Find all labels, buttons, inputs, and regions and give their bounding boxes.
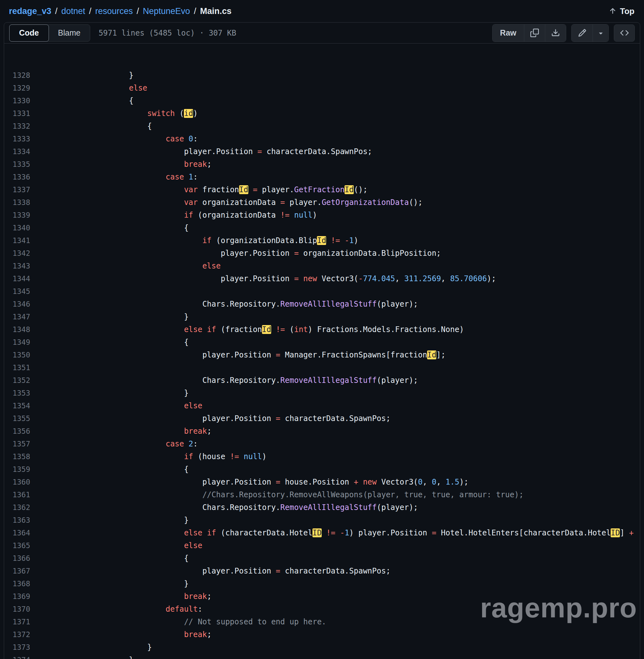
line-number[interactable]: 1355: [4, 412, 37, 425]
line-content: break;: [37, 158, 640, 171]
code-line: 1334 player.Position = characterData.Spa…: [4, 145, 640, 158]
tab-blame[interactable]: Blame: [49, 24, 90, 42]
line-number[interactable]: 1358: [4, 450, 37, 463]
edit-dropdown-button[interactable]: [593, 24, 608, 42]
line-number[interactable]: 1337: [4, 183, 37, 196]
line-number[interactable]: 1340: [4, 221, 37, 234]
line-number[interactable]: 1341: [4, 234, 37, 247]
line-content: }: [37, 577, 640, 590]
line-number[interactable]: 1331: [4, 107, 37, 120]
code-line: 1358 if (house != null): [4, 450, 640, 463]
line-number[interactable]: 1343: [4, 260, 37, 272]
raw-button[interactable]: Raw: [492, 24, 524, 42]
breadcrumb-repo-link[interactable]: redage_v3: [9, 6, 51, 16]
line-number[interactable]: 1372: [4, 628, 37, 641]
line-number[interactable]: 1357: [4, 438, 37, 450]
line-number[interactable]: 1329: [4, 82, 37, 94]
code-line: 1339 if (organizationData != null): [4, 209, 640, 221]
line-number[interactable]: 1344: [4, 272, 37, 285]
line-number[interactable]: 1333: [4, 132, 37, 145]
code-line: 1344 player.Position = new Vector3(-774.…: [4, 272, 640, 285]
line-number[interactable]: 1351: [4, 361, 37, 374]
code-line: 1359 {: [4, 463, 640, 476]
code-line: 1340 {: [4, 221, 640, 234]
line-number[interactable]: 1338: [4, 196, 37, 209]
download-button[interactable]: [545, 24, 566, 42]
breadcrumb-dir-link-neptuneevo[interactable]: NeptuneEvo: [143, 6, 190, 16]
line-number[interactable]: 1342: [4, 247, 37, 260]
line-number[interactable]: 1332: [4, 120, 37, 132]
line-number[interactable]: 1346: [4, 298, 37, 310]
line-number[interactable]: 1361: [4, 488, 37, 501]
code-line: 1333 case 0:: [4, 132, 640, 145]
line-content: break;: [37, 425, 640, 438]
code-area[interactable]: 1328 }1329 else1330 {1331 switch (id)133…: [4, 44, 640, 659]
line-number[interactable]: 1364: [4, 527, 37, 539]
line-number[interactable]: 1356: [4, 425, 37, 438]
symbols-panel-button[interactable]: [614, 24, 635, 42]
back-to-top-link[interactable]: Top: [608, 6, 635, 16]
line-content: player.Position = characterData.SpawnPos…: [37, 412, 640, 425]
breadcrumb-dir-link-dotnet[interactable]: dotnet: [61, 6, 85, 16]
code-line: 1346 Chars.Repository.RemoveAllIllegalSt…: [4, 298, 640, 310]
line-number[interactable]: 1354: [4, 399, 37, 412]
code-line: 1364 else if (characterData.HotelID != -…: [4, 527, 640, 539]
code-line: 1370 default:: [4, 603, 640, 615]
line-content: }: [37, 654, 640, 659]
line-content: else: [37, 260, 640, 272]
line-number[interactable]: 1348: [4, 323, 37, 336]
code-line: 1366 {: [4, 552, 640, 565]
edit-button[interactable]: [572, 24, 593, 42]
line-number[interactable]: 1369: [4, 590, 37, 603]
code-line: 1373 }: [4, 641, 640, 654]
line-number[interactable]: 1370: [4, 603, 37, 615]
line-number[interactable]: 1374: [4, 654, 37, 659]
line-number[interactable]: 1328: [4, 69, 37, 82]
line-content: break;: [37, 590, 640, 603]
line-number[interactable]: 1366: [4, 552, 37, 565]
breadcrumb-separator: /: [194, 6, 196, 16]
code-line: 1330 {: [4, 94, 640, 107]
code-line: 1357 case 2:: [4, 438, 640, 450]
code-line: 1367 player.Position = characterData.Spa…: [4, 565, 640, 577]
code-line: 1356 break;: [4, 425, 640, 438]
copy-button[interactable]: [524, 24, 545, 42]
download-icon: [551, 28, 560, 37]
line-number[interactable]: 1339: [4, 209, 37, 221]
line-content: player.Position = Manager.FractionSpawns…: [37, 349, 640, 361]
line-number[interactable]: 1360: [4, 476, 37, 488]
line-number[interactable]: 1353: [4, 387, 37, 399]
breadcrumb-separator: /: [137, 6, 139, 16]
code-line: 1362 Chars.Repository.RemoveAllIllegalSt…: [4, 501, 640, 514]
line-number[interactable]: 1352: [4, 374, 37, 387]
line-number[interactable]: 1330: [4, 94, 37, 107]
line-number[interactable]: 1347: [4, 310, 37, 323]
line-number[interactable]: 1350: [4, 349, 37, 361]
line-number[interactable]: 1334: [4, 145, 37, 158]
code-line: 1350 player.Position = Manager.FractionS…: [4, 349, 640, 361]
line-number[interactable]: 1365: [4, 539, 37, 552]
code-line: 1354 else: [4, 399, 640, 412]
breadcrumb-separator: /: [89, 6, 91, 16]
line-content: default:: [37, 603, 640, 615]
code-line: 1345: [4, 285, 640, 298]
line-content: }: [37, 69, 640, 82]
line-content: {: [37, 463, 640, 476]
breadcrumb-dir-link-resources[interactable]: resources: [95, 6, 133, 16]
code-line: 1360 player.Position = house.Position + …: [4, 476, 640, 488]
breadcrumb-separator: /: [55, 6, 58, 16]
line-number[interactable]: 1362: [4, 501, 37, 514]
line-number[interactable]: 1368: [4, 577, 37, 590]
line-number[interactable]: 1345: [4, 285, 37, 298]
line-number[interactable]: 1359: [4, 463, 37, 476]
line-number[interactable]: 1335: [4, 158, 37, 171]
tab-code[interactable]: Code: [9, 24, 49, 42]
line-number[interactable]: 1367: [4, 565, 37, 577]
line-number[interactable]: 1363: [4, 514, 37, 527]
breadcrumb: redage_v3 / dotnet / resources / Neptune…: [9, 6, 231, 16]
line-number[interactable]: 1349: [4, 336, 37, 349]
line-number[interactable]: 1371: [4, 615, 37, 628]
line-content: }: [37, 387, 640, 399]
line-number[interactable]: 1373: [4, 641, 37, 654]
line-number[interactable]: 1336: [4, 171, 37, 183]
